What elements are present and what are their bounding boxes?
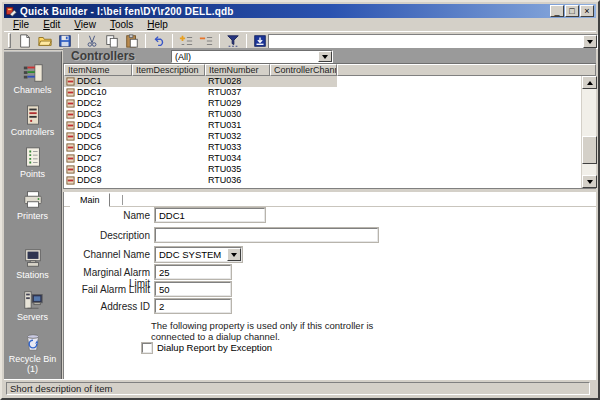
chevron-down-icon[interactable] [583,35,597,48]
recycle-bin-icon [21,331,45,353]
download-item-icon [253,34,267,48]
remove-item-icon [199,34,213,48]
address-id-field[interactable] [155,299,231,313]
table-row[interactable]: DDC7 RTU034 [64,153,581,164]
filter-icon [226,34,240,48]
status-bar: Short description of item [4,379,596,396]
undo-icon [152,34,166,48]
controller-icon [66,99,75,108]
close-button[interactable]: × [580,5,594,17]
dialup-note: The following property is used only if t… [151,320,373,342]
sidebar-item-recycle-bin[interactable]: Recycle Bin (1) [5,331,61,373]
toolbar-combo-input[interactable] [269,35,583,48]
scrollbar-thumb[interactable] [582,136,597,164]
menu-edit[interactable]: Edit [37,18,66,31]
table-row[interactable]: DDC2 RTU029 [64,98,581,109]
menu-view[interactable]: View [68,18,102,31]
sidebar-item-label: Printers [17,211,48,221]
remove-item-button[interactable] [196,32,216,49]
title-bar: Quick Builder - I:\bei fen\DY\r200 DELL.… [4,4,596,18]
table-row[interactable]: DDC3 RTU030 [64,109,581,120]
sidebar-item-label: Stations [16,270,49,280]
toolbar-separator [78,34,79,48]
marginal-alarm-limit-field[interactable] [155,265,231,279]
menu-help[interactable]: Help [141,18,174,31]
toolbar-combobox[interactable] [268,34,598,49]
cut-button[interactable] [82,32,102,49]
controller-icon [66,143,75,152]
paste-button[interactable] [122,32,142,49]
maximize-button[interactable]: □ [565,5,579,17]
sidebar-item-channels[interactable]: Channels [5,62,61,104]
save-button[interactable] [55,32,75,49]
copy-icon [105,34,119,48]
column-header-controllerchannel[interactable]: ControllerChann... [270,64,337,76]
sidebar-item-points[interactable]: Points [5,146,61,188]
controller-icon [66,77,75,86]
sidebar-item-label: Controllers [11,127,55,137]
sidebar-item-label: Channels [13,85,51,95]
toolbar-separator [246,34,247,48]
name-field[interactable] [155,208,265,222]
controller-icon [66,176,75,185]
sidebar-item-printers[interactable]: Printers [5,188,61,230]
controller-icon [66,110,75,119]
sidebar-item-controllers[interactable]: Controllers [5,104,61,146]
name-label: Name [64,210,150,221]
save-icon [58,34,72,48]
filter-value: (All) [172,52,318,62]
channel-name-label: Channel Name [64,249,150,260]
toolbar-separator [145,34,146,48]
table-row[interactable]: DDC4 RTU031 [64,120,581,131]
open-folder-button[interactable] [35,32,55,49]
table-header: ItemName ItemDescription ItemNumber Cont… [64,64,596,76]
channel-name-select[interactable]: DDC SYSTEM [155,247,242,262]
address-id-label: Address ID [64,301,150,312]
fail-alarm-limit-field[interactable] [155,282,231,296]
description-label: Description [64,230,150,241]
column-header-itemdescription[interactable]: ItemDescription [132,64,205,76]
add-item-button[interactable] [176,32,196,49]
column-header-itemname[interactable]: ItemName [64,64,132,76]
sidebar-item-label: Points [20,169,45,179]
dialup-report-checkbox[interactable] [142,343,152,353]
undo-button[interactable] [149,32,169,49]
app-icon [6,6,17,17]
tab-divider [122,195,123,205]
filter-combobox[interactable]: (All) [171,50,333,63]
filter-button[interactable] [223,32,243,49]
table-row[interactable]: DDC10 RTU037 [64,87,581,98]
points-icon [21,146,45,168]
sidebar-item-label: Servers [17,312,48,322]
toolbar-separator [172,34,173,48]
chevron-down-icon[interactable] [227,248,241,261]
menu-tools[interactable]: Tools [104,18,139,31]
tab-main[interactable]: Main [70,193,110,207]
new-document-button[interactable] [15,32,35,49]
column-header-filler [337,64,596,76]
copy-button[interactable] [102,32,122,49]
table-row[interactable]: DDC6 RTU033 [64,142,581,153]
controller-icon [66,121,75,130]
scroll-down-icon[interactable] [582,175,597,188]
status-text: Short description of item [6,382,590,395]
description-field[interactable] [155,228,378,242]
channels-icon [21,62,45,84]
servers-icon [21,289,45,311]
sidebar-item-servers[interactable]: Servers [5,289,61,331]
vertical-scrollbar[interactable] [581,76,596,188]
menu-file[interactable]: File [7,18,35,31]
sidebar-item-stations[interactable]: Stations [5,247,61,289]
chevron-down-icon[interactable] [318,51,332,62]
table-row[interactable]: DDC8 RTU035 [64,164,581,175]
column-header-itemnumber[interactable]: ItemNumber [205,64,270,76]
scroll-up-icon[interactable] [582,76,597,89]
sidebar: Channels Controllers Points Printers Sta… [4,51,62,379]
menu-bar: File Edit View Tools Help [4,18,596,31]
minimize-button[interactable]: _ [550,5,564,17]
dialup-report-row: Dialup Report by Exception [142,342,272,353]
table-row[interactable]: DDC5 RTU032 [64,131,581,142]
download-item-button[interactable] [250,32,270,49]
table-row[interactable]: DDC9 RTU036 [64,175,581,186]
table-row[interactable]: DDC1 RTU028 [64,76,581,87]
